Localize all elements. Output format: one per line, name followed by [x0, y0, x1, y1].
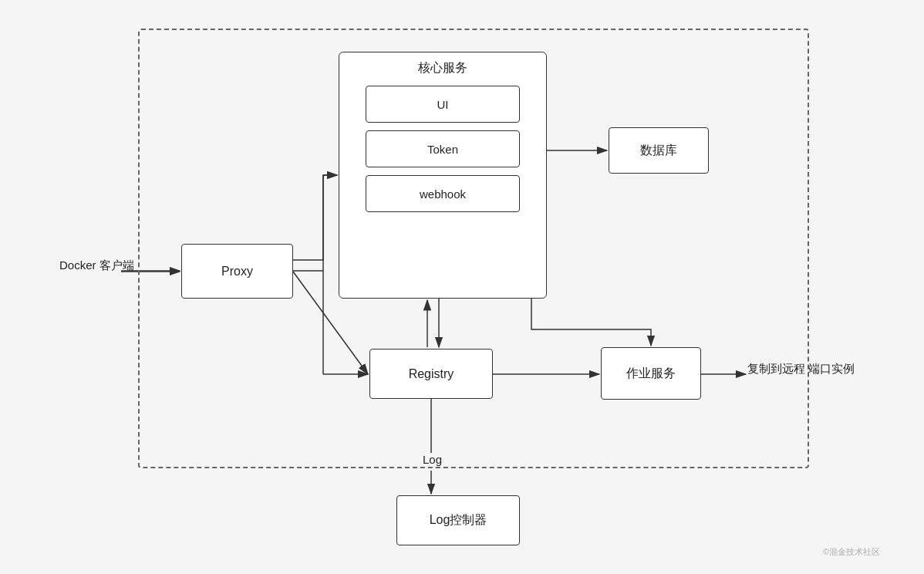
docker-client-label: Docker 客户端 — [59, 257, 134, 273]
core-services-box: 核心服务 UI Token webhook — [339, 52, 547, 299]
proxy-box: Proxy — [181, 244, 293, 299]
log-label: Log — [423, 451, 442, 468]
registry-box: Registry — [369, 349, 493, 399]
core-services-title: 核心服务 — [418, 60, 467, 76]
diagram-container: Docker 客户端 Proxy 核心服务 UI Token webhook 数… — [38, 13, 886, 561]
log-controller-box: Log控制器 — [396, 495, 520, 545]
remote-label: 复制到远程 端口实例 — [747, 360, 855, 376]
webhook-box: webhook — [366, 175, 520, 212]
ui-box: UI — [366, 86, 520, 123]
watermark: ©混金技术社区 — [823, 546, 880, 558]
token-box: Token — [366, 130, 520, 167]
job-service-box: 作业服务 — [601, 347, 701, 400]
database-box: 数据库 — [609, 127, 709, 174]
